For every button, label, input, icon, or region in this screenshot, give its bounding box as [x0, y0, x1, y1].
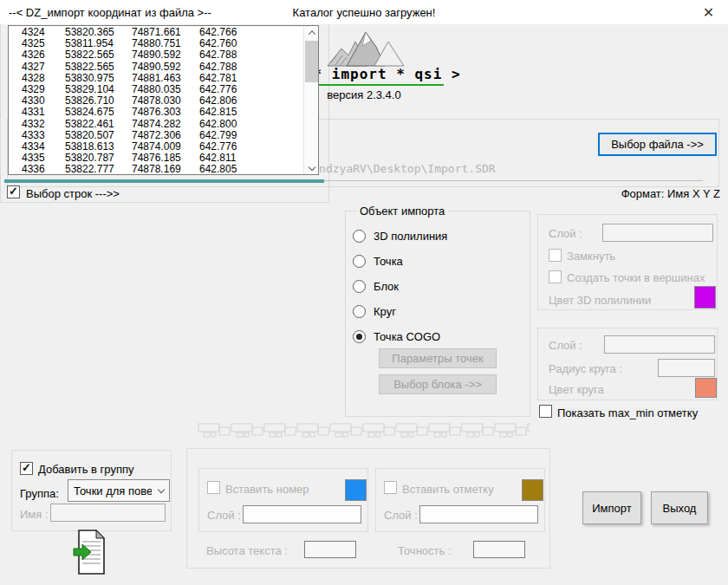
table-row[interactable]: 433253822.46174874.282642.800 [9, 119, 302, 130]
table-row[interactable]: 433653822.77774878.169642.805 [9, 164, 302, 173]
radio-option-label: Точка COGO [374, 330, 440, 343]
close-polyline-label: Замкнуть [567, 250, 615, 263]
radio-option-label: Блок [374, 280, 399, 293]
name-input[interactable] [50, 504, 166, 522]
number-layer-input[interactable] [243, 505, 361, 523]
select-rows-label: Выбор строк --->> [26, 187, 120, 200]
mark-layer-label: Слой : [384, 509, 418, 522]
radio-option-4[interactable]: Круг [353, 299, 447, 324]
show-maxmin-label: Показать max_min отметку [557, 406, 698, 419]
insert-options-panel: Вставить номер Слой : Вставить отметку С… [186, 448, 550, 569]
table-row[interactable]: 432853830.97574881.463642.781 [9, 73, 302, 84]
import-object-legend: Объект импорта [356, 205, 448, 218]
close-polyline-checkbox[interactable] [549, 249, 562, 262]
catalog-status-text: Каталог успешно загружен! [0, 6, 728, 19]
mountain-logo-icon [324, 29, 407, 68]
exit-button[interactable]: Выход [651, 491, 708, 524]
number-layer-label: Слой : [207, 509, 241, 522]
add-to-group-checkbox[interactable]: ✓ [20, 462, 33, 475]
insert-mark-label: Вставить отметку [402, 483, 494, 496]
table-row[interactable]: 433153824.67574876.303642.815 [9, 107, 302, 118]
radio-option-3[interactable]: Блок [353, 274, 447, 299]
chain-ornament [198, 423, 530, 438]
table-row[interactable]: 432653822.56574890.592642.788 [9, 49, 302, 61]
radio-option-label: Круг [374, 305, 396, 318]
coordinates-listbox[interactable]: 432453820.36574871.661642.766432553811.9… [8, 25, 319, 175]
group-panel: ✓ Добавить в группу Группа: Точки для по… [11, 450, 172, 531]
precision-input[interactable] [473, 541, 525, 558]
scroll-up-icon[interactable] [304, 26, 319, 40]
insert-number-checkbox[interactable] [207, 481, 220, 494]
select-rows-checkbox[interactable]: ✓ [7, 185, 20, 198]
text-height-label: Высота текста : [206, 544, 288, 557]
scroll-down-icon[interactable] [304, 160, 319, 174]
catalog-panel: Каталог успешно загружен! 432453820.3657… [0, 0, 329, 203]
coordinates-rows: 432453820.36574871.661642.766432553811.9… [9, 27, 302, 173]
show-maxmin-checkbox[interactable] [539, 405, 552, 418]
mark-layer-input[interactable] [419, 505, 538, 523]
radio-option-label: 3D полилиния [374, 230, 447, 243]
radio-icon [353, 330, 366, 343]
radio-icon [353, 305, 366, 318]
teal-divider [4, 179, 324, 183]
import-object-radios: 3D полилинияТочкаБлокКругТочка COGO [353, 224, 447, 349]
circle-options-panel: Слой : Радиус круга : Цвет круга [537, 328, 718, 400]
radio-option-1[interactable]: 3D полилиния [353, 224, 447, 249]
insert-mark-checkbox[interactable] [384, 481, 397, 494]
create-vertex-points-label: Создать точки в вершинах [567, 271, 705, 284]
dialog-window: --< DZ_импорт координат из файла >-- ✕ <… [0, 0, 728, 585]
table-row[interactable]: 433353820.50774872.306642.799 [9, 130, 302, 141]
import-button[interactable]: Импорт [582, 491, 641, 524]
radio-option-5[interactable]: Точка COGO [353, 324, 447, 349]
polyline-options-panel: Слой : Замкнуть Создать точки в вершинах… [537, 214, 718, 310]
group-select-value: Точки для поверхн [74, 484, 152, 497]
circle-layer-label: Слой : [549, 339, 582, 352]
precision-label: Точность : [398, 544, 452, 557]
polyline-layer-label: Слой : [549, 227, 582, 240]
block-select-button[interactable]: Выбор блока ->> [379, 374, 497, 394]
scrollbar-thumb[interactable] [305, 41, 318, 82]
insert-number-label: Вставить номер [225, 483, 309, 496]
choose-file-button[interactable]: Выбор файла ->> [598, 133, 717, 156]
number-color-swatch[interactable] [345, 479, 367, 501]
mark-color-swatch[interactable] [522, 479, 543, 501]
radio-option-label: Точка [374, 255, 403, 268]
chevron-down-icon [158, 486, 165, 493]
circle-color-label: Цвет круга [549, 383, 604, 396]
text-height-input[interactable] [304, 541, 356, 558]
group-label: Группа: [20, 487, 59, 500]
format-label: Формат: Имя X Y Z [621, 187, 720, 200]
group-select[interactable]: Точки для поверхн [68, 479, 170, 502]
radio-icon [353, 255, 366, 268]
polyline-color-label: Цвет 3D полилинии [549, 294, 651, 307]
add-to-group-label: Добавить в группу [38, 463, 134, 476]
circle-radius-input[interactable] [658, 359, 715, 377]
point-params-button[interactable]: Параметры точек [379, 348, 497, 368]
insert-number-panel: Вставить номер Слой : [198, 468, 368, 532]
polyline-layer-input[interactable] [602, 224, 713, 242]
circle-layer-input[interactable] [604, 335, 715, 354]
circle-color-swatch[interactable] [695, 378, 717, 398]
listbox-scrollbar[interactable] [303, 26, 318, 174]
radio-icon [353, 230, 366, 243]
radio-option-2[interactable]: Точка [353, 249, 447, 274]
create-vertex-points-checkbox[interactable] [549, 270, 562, 283]
import-object-groupbox: Объект импорта 3D полилинияТочкаБлокКруг… [345, 211, 530, 417]
polyline-color-swatch[interactable] [694, 286, 716, 309]
circle-radius-label: Радиус круга : [549, 362, 622, 375]
radio-icon [353, 280, 366, 293]
table-row[interactable]: 432753822.56574890.592642.788 [9, 62, 302, 73]
name-label: Имя : [20, 508, 49, 521]
insert-mark-panel: Вставить отметку Слой : [375, 468, 545, 532]
import-file-icon [73, 529, 109, 575]
